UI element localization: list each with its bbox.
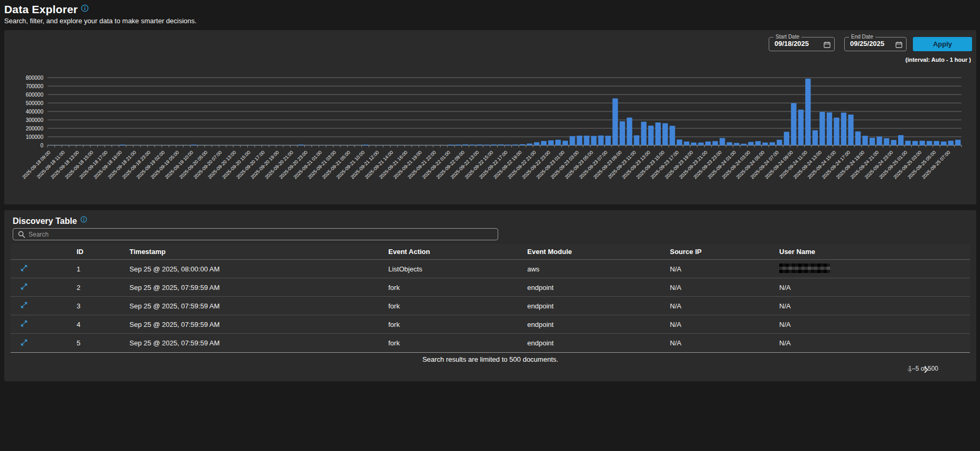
cell-event-module: endpoint xyxy=(527,339,670,347)
cell-event-action: fork xyxy=(388,339,527,347)
chart-panel: Start Date End Date Apply (interval: Aut… xyxy=(4,30,976,204)
open-in-full-icon xyxy=(20,301,28,309)
search-icon xyxy=(18,231,25,238)
expand-row-button[interactable] xyxy=(20,339,28,346)
search-input[interactable] xyxy=(29,231,498,238)
discovery-table-title-text: Discovery Table xyxy=(13,217,77,226)
open-in-full-icon xyxy=(20,283,28,290)
svg-text:0: 0 xyxy=(40,143,43,148)
cell-timestamp: Sep 25 @ 2025, 08:00:00 AM xyxy=(129,265,388,273)
discovery-table-info-icon[interactable] xyxy=(80,215,87,225)
cell-event-module: endpoint xyxy=(527,284,670,292)
col-header-event-module: Event Module xyxy=(527,248,670,256)
table-row: 1Sep 25 @ 2025, 08:00:00 AMListObjectsaw… xyxy=(11,260,970,278)
expand-row-button[interactable] xyxy=(20,301,28,309)
col-header-timestamp: Timestamp xyxy=(129,248,388,256)
cell-source-ip: N/A xyxy=(670,284,779,292)
cell-event-module: endpoint xyxy=(527,321,670,328)
pagination-next-button[interactable] xyxy=(920,364,932,375)
cell-user-name: N/A xyxy=(779,284,970,292)
expand-row-button[interactable] xyxy=(20,283,28,290)
svg-text:500000: 500000 xyxy=(26,100,44,106)
cell-event-module: endpoint xyxy=(527,302,670,310)
events-histogram-chart[interactable]: 0100000200000300000400000500000600000700… xyxy=(4,30,976,204)
svg-text:400000: 400000 xyxy=(26,109,44,115)
cell-event-action: fork xyxy=(388,302,527,310)
cell-timestamp: Sep 25 @ 2025, 07:59:59 AM xyxy=(129,284,388,292)
svg-text:300000: 300000 xyxy=(26,117,44,123)
svg-text:600000: 600000 xyxy=(26,92,44,98)
expand-row-button[interactable] xyxy=(20,320,28,327)
cell-source-ip: N/A xyxy=(670,339,779,347)
discovery-table-panel: Discovery Table ID Timestamp Event Actio… xyxy=(4,210,976,381)
cell-id: 2 xyxy=(77,284,129,292)
page-title-text: Data Explorer xyxy=(4,3,78,15)
discovery-table-title: Discovery Table xyxy=(13,215,87,226)
open-in-full-icon xyxy=(20,339,28,346)
open-in-full-icon xyxy=(20,320,28,327)
svg-text:800000: 800000 xyxy=(26,75,44,81)
footer-divider xyxy=(11,352,970,353)
cell-user-name: N/A xyxy=(779,339,970,347)
cell-event-action: fork xyxy=(388,284,527,292)
cell-user-name: N/A xyxy=(779,321,970,328)
table-row: 4Sep 25 @ 2025, 07:59:59 AMforkendpointN… xyxy=(11,315,970,334)
search-box[interactable] xyxy=(13,228,498,240)
table-header-row: ID Timestamp Event Action Event Module S… xyxy=(11,244,970,260)
cell-source-ip: N/A xyxy=(670,302,779,310)
results-limit-note: Search results are limited to 500 docume… xyxy=(4,355,976,363)
cell-id: 4 xyxy=(77,321,129,328)
cell-id: 1 xyxy=(77,265,129,273)
cell-source-ip: N/A xyxy=(670,321,779,328)
cell-event-module: aws xyxy=(527,265,670,273)
cell-timestamp: Sep 25 @ 2025, 07:59:59 AM xyxy=(129,339,388,347)
table-row: 5Sep 25 @ 2025, 07:59:59 AMforkendpointN… xyxy=(11,334,970,352)
col-header-user-name: User Name xyxy=(779,248,970,256)
cell-user-name: N/A xyxy=(779,302,970,310)
cell-source-ip: N/A xyxy=(670,265,779,273)
table-row: 2Sep 25 @ 2025, 07:59:59 AMforkendpointN… xyxy=(11,278,970,297)
page-subtitle: Search, filter, and explore your data to… xyxy=(4,17,197,25)
results-table: ID Timestamp Event Action Event Module S… xyxy=(11,244,970,352)
table-row: 3Sep 25 @ 2025, 07:59:59 AMforkendpointN… xyxy=(11,297,970,315)
redacted-user-name xyxy=(779,264,830,273)
cell-event-action: ListObjects xyxy=(388,265,527,273)
col-header-source-ip: Source IP xyxy=(670,248,779,256)
svg-text:700000: 700000 xyxy=(26,83,44,89)
cell-id: 3 xyxy=(77,302,129,310)
pagination-prev-button[interactable] xyxy=(903,364,915,375)
cell-id: 5 xyxy=(77,339,129,347)
col-header-id: ID xyxy=(77,248,129,256)
page-info-icon[interactable] xyxy=(81,2,89,15)
page-title: Data Explorer xyxy=(4,2,89,16)
col-header-event-action: Event Action xyxy=(388,248,527,256)
cell-timestamp: Sep 25 @ 2025, 07:59:59 AM xyxy=(129,302,388,310)
svg-text:200000: 200000 xyxy=(26,126,44,131)
open-in-full-icon xyxy=(20,264,28,272)
svg-text:100000: 100000 xyxy=(26,134,44,140)
cell-timestamp: Sep 25 @ 2025, 07:59:59 AM xyxy=(129,321,388,328)
expand-row-button[interactable] xyxy=(20,264,28,272)
cell-event-action: fork xyxy=(388,321,527,328)
